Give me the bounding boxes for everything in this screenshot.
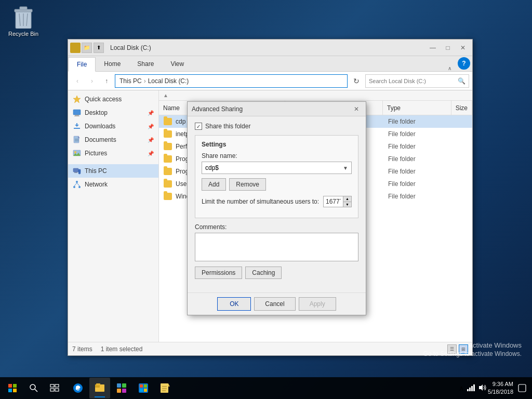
- share-name-combobox[interactable]: cdp$ ▼: [202, 162, 352, 174]
- sidebar-item-desktop[interactable]: Desktop 📌: [68, 106, 158, 119]
- svg-rect-10: [74, 128, 80, 129]
- folder-icon-cdp: [163, 117, 172, 126]
- forward-button[interactable]: ›: [86, 75, 98, 87]
- sidebar-label-desktop: Desktop: [85, 109, 147, 116]
- remove-share-button[interactable]: Remove: [229, 178, 266, 191]
- spinner-down-button[interactable]: ▼: [343, 202, 351, 207]
- svg-marker-60: [479, 384, 483, 391]
- tray-show-hidden[interactable]: ∧: [459, 384, 464, 392]
- details-view-button[interactable]: ⊞: [459, 344, 468, 354]
- tab-home[interactable]: Home: [96, 57, 129, 71]
- dialog-body: Share this folder Settings Share name: c…: [188, 116, 366, 292]
- taskbar-windows-store[interactable]: [133, 378, 154, 398]
- tray-time[interactable]: 9:36 AM 5/18/2018: [488, 380, 513, 396]
- svg-rect-29: [13, 384, 17, 388]
- recycle-bin-icon[interactable]: Recycle Bin: [5, 5, 42, 37]
- simultaneous-users-spinner[interactable]: ▲ ▼: [323, 196, 352, 207]
- taskbar-explorer[interactable]: [89, 378, 110, 398]
- maximize-button[interactable]: □: [441, 41, 455, 55]
- start-button[interactable]: [2, 378, 23, 398]
- svg-point-32: [30, 384, 35, 390]
- title-bar: 📁 ⬆ Local Disk (C:) — □ ✕: [68, 39, 472, 56]
- apply-button[interactable]: Apply: [299, 297, 336, 311]
- refresh-button[interactable]: ↻: [350, 74, 363, 88]
- quick-access-icon: [70, 43, 81, 53]
- col-type[interactable]: Type: [383, 101, 451, 115]
- comments-textarea[interactable]: [195, 233, 358, 261]
- tab-file[interactable]: File: [68, 57, 96, 72]
- back-button[interactable]: ‹: [71, 75, 84, 87]
- spinner-up-button[interactable]: ▲: [343, 196, 351, 202]
- caching-button[interactable]: Caching: [245, 267, 282, 279]
- minimize-button[interactable]: —: [425, 41, 440, 55]
- svg-point-24: [73, 186, 75, 188]
- sidebar-item-this-pc[interactable]: This PC: [68, 164, 158, 178]
- share-folder-checkbox[interactable]: [195, 123, 202, 130]
- tray-volume[interactable]: [478, 384, 487, 393]
- svg-rect-42: [117, 383, 121, 388]
- taskbar-pinned-apps: [68, 378, 176, 398]
- dialog-close-button[interactable]: ✕: [351, 104, 362, 114]
- svg-rect-28: [8, 384, 12, 388]
- taskbar: ∧ 9:36 AM 5/18/2018: [0, 377, 532, 399]
- limit-label: Limit the number of simultaneous users t…: [202, 198, 320, 205]
- sidebar-label-network: Network: [85, 181, 154, 188]
- cancel-button[interactable]: Cancel: [254, 297, 295, 311]
- taskbar-sticky-notes[interactable]: [155, 378, 176, 398]
- pictures-icon: [72, 149, 82, 158]
- taskbar-edge[interactable]: [68, 378, 88, 398]
- help-button[interactable]: ?: [458, 57, 470, 70]
- svg-rect-51: [161, 383, 168, 393]
- sidebar-item-downloads[interactable]: Downloads 📌: [68, 119, 158, 133]
- tab-share[interactable]: Share: [129, 57, 162, 71]
- ribbon-chevron[interactable]: ∧: [444, 65, 456, 71]
- toolbar-icon-2[interactable]: ⬆: [94, 43, 104, 53]
- tray-network[interactable]: [467, 384, 475, 393]
- notification-button[interactable]: [514, 378, 530, 398]
- clock-time: 9:36 AM: [488, 380, 513, 388]
- search-icon[interactable]: 🔍: [458, 77, 466, 85]
- up-button[interactable]: ↑: [100, 75, 113, 87]
- downloads-pin[interactable]: 📌: [147, 123, 154, 130]
- sidebar-item-network[interactable]: Network: [68, 178, 158, 191]
- sidebar-item-quick-access[interactable]: Quick access: [68, 92, 158, 106]
- sidebar-item-pictures[interactable]: Pictures 📌: [68, 147, 158, 160]
- share-name-dropdown-arrow[interactable]: ▼: [343, 165, 348, 171]
- list-view-button[interactable]: ☰: [447, 344, 457, 354]
- ok-button[interactable]: OK: [217, 297, 251, 311]
- sidebar-label-documents: Documents: [85, 136, 147, 143]
- svg-rect-61: [518, 384, 526, 392]
- folder-icon-perflogs: [163, 142, 172, 151]
- dialog-title-bar: Advanced Sharing ✕: [188, 102, 366, 116]
- pictures-pin[interactable]: 📌: [147, 150, 154, 157]
- svg-rect-48: [144, 384, 147, 388]
- permissions-caching-row: Permissions Caching: [195, 267, 358, 279]
- tab-view[interactable]: View: [162, 57, 192, 71]
- search-input[interactable]: [369, 78, 458, 84]
- permissions-button[interactable]: Permissions: [195, 267, 242, 279]
- sidebar-item-documents[interactable]: Documents 📌: [68, 133, 158, 147]
- path-part-2[interactable]: Local Disk (C:): [148, 77, 189, 85]
- svg-point-22: [78, 172, 81, 174]
- address-bar: ‹ › ↑ This PC › Local Disk (C:) ↻ 🔍: [68, 72, 472, 90]
- close-button[interactable]: ✕: [456, 41, 470, 55]
- add-share-button[interactable]: Add: [202, 178, 226, 191]
- documents-pin[interactable]: 📌: [147, 136, 154, 143]
- search-box[interactable]: 🔍: [365, 74, 469, 88]
- spinner-value[interactable]: [324, 198, 343, 205]
- selection-status: 1 item selected: [101, 345, 143, 353]
- col-size[interactable]: Size: [451, 101, 472, 115]
- taskbar-search-button[interactable]: [24, 378, 44, 398]
- svg-line-27: [77, 183, 79, 186]
- share-name-field-label: Share name:: [202, 152, 352, 159]
- window-controls: — □ ✕: [425, 41, 470, 55]
- path-part-1[interactable]: This PC: [119, 77, 142, 85]
- toolbar-icon-1[interactable]: 📁: [82, 43, 92, 53]
- address-path[interactable]: This PC › Local Disk (C:): [115, 74, 348, 88]
- svg-rect-8: [75, 115, 79, 116]
- status-bar: 7 items 1 item selected ☰ ⊞: [68, 342, 472, 355]
- taskbar-control-panel[interactable]: [111, 378, 132, 398]
- svg-rect-19: [73, 168, 78, 172]
- task-view-button[interactable]: [45, 378, 64, 398]
- desktop-pin[interactable]: 📌: [147, 109, 154, 116]
